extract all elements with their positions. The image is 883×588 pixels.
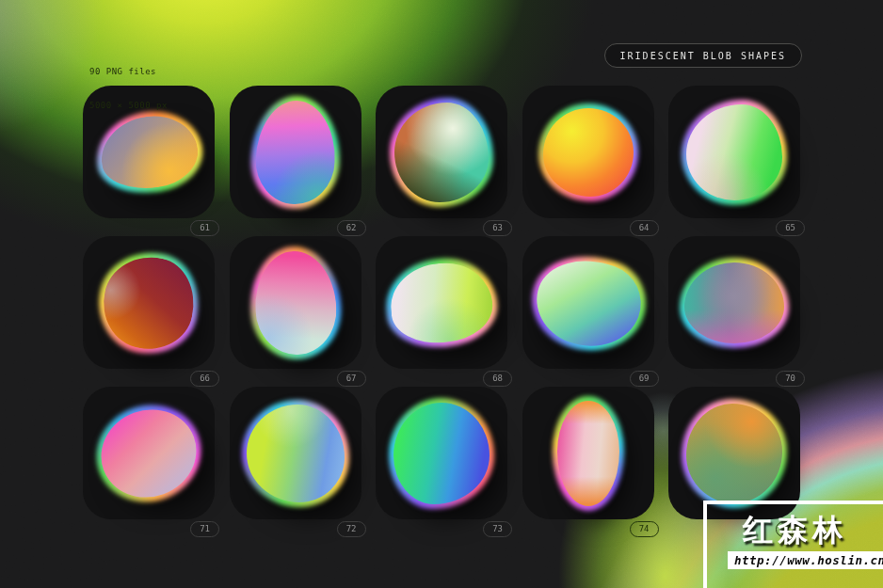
title-badge: IRIDESCENT BLOB SHAPES <box>604 43 802 68</box>
blob-number-badge-67: 67 <box>337 371 366 387</box>
blob-fill <box>394 103 489 202</box>
blob-shape-74 <box>556 400 620 507</box>
blob-fill <box>524 244 651 360</box>
blob-number-badge-62: 62 <box>337 220 366 236</box>
blob-cell-68: 68 <box>376 236 507 369</box>
blob-cell-63: 63 <box>376 86 507 218</box>
blob-card-70 <box>668 236 800 369</box>
blob-cell-75: 75 <box>668 387 800 519</box>
blob-fill <box>686 404 782 503</box>
blob-number-badge-61: 61 <box>190 220 219 236</box>
blob-number-badge-72: 72 <box>337 521 366 537</box>
blob-number-badge-74: 74 <box>630 521 659 537</box>
blob-cell-67: 67 <box>230 236 361 369</box>
file-count-label: 90 PNG files <box>89 66 168 77</box>
blob-number-badge-65: 65 <box>776 220 805 236</box>
blob-fill <box>557 401 619 506</box>
file-info: 90 PNG files 5000 × 5000 px <box>89 43 168 134</box>
blob-shape-75 <box>685 403 783 504</box>
blob-card-64 <box>522 86 654 218</box>
blob-number-badge-71: 71 <box>190 521 219 537</box>
blob-cell-70: 70 <box>668 236 800 369</box>
blob-shape-72 <box>246 404 345 503</box>
blob-cell-72: 72 <box>230 387 361 519</box>
blob-fill <box>88 396 208 510</box>
blob-shape-62 <box>253 98 338 206</box>
blob-card-75 <box>668 387 800 519</box>
blob-fill <box>543 108 634 197</box>
blob-cell-73: 73 <box>376 387 507 519</box>
watermark-url: http://www.hoslin.cn/ <box>728 551 883 569</box>
blob-card-63 <box>376 86 507 218</box>
blob-card-72 <box>230 387 361 519</box>
blob-card-73 <box>376 387 507 519</box>
blob-shape-73 <box>393 402 490 505</box>
blob-card-66 <box>83 236 215 369</box>
blob-number-badge-70: 70 <box>776 371 805 387</box>
blob-shape-67 <box>251 247 340 357</box>
poster-canvas: 90 PNG files 5000 × 5000 px IRIDESCENT B… <box>0 0 883 588</box>
blob-card-74 <box>522 387 654 519</box>
blob-shape-69 <box>523 243 652 362</box>
blob-card-69 <box>522 236 654 369</box>
blob-shape-71 <box>88 395 210 512</box>
blob-cell-62: 62 <box>230 86 361 218</box>
blob-number-badge-69: 69 <box>630 371 659 387</box>
blob-cell-64: 64 <box>522 86 654 218</box>
blob-card-68 <box>376 236 507 369</box>
blob-grid: 616263646566676869707172737475 <box>83 86 800 519</box>
blob-fill <box>684 262 784 343</box>
blob-cell-74: 74 <box>522 387 654 519</box>
blob-card-71 <box>83 387 215 519</box>
watermark-frame: 红森林 http://www.hoslin.cn/ <box>703 501 883 588</box>
blob-card-65 <box>668 86 800 218</box>
blob-shape-66 <box>94 246 204 358</box>
blob-shape-64 <box>542 107 634 198</box>
blob-cell-71: 71 <box>83 387 215 519</box>
blob-shape-70 <box>683 262 785 344</box>
blob-cell-66: 66 <box>83 236 215 369</box>
blob-cell-69: 69 <box>522 236 654 369</box>
blob-fill <box>95 248 202 358</box>
blob-cell-65: 65 <box>668 86 800 218</box>
watermark-title: 红森林 <box>743 510 847 551</box>
blob-shape-65 <box>685 103 783 201</box>
blob-number-badge-64: 64 <box>630 220 659 236</box>
blob-number-badge-68: 68 <box>483 371 512 387</box>
blob-fill <box>247 405 345 502</box>
blob-shape-68 <box>386 258 496 347</box>
blob-number-badge-73: 73 <box>483 521 512 537</box>
blob-number-badge-66: 66 <box>190 371 219 387</box>
blob-number-badge-63: 63 <box>483 220 512 236</box>
blob-shape-63 <box>393 102 490 203</box>
file-dimensions-label: 5000 × 5000 px <box>89 100 168 111</box>
blob-card-62 <box>230 86 361 218</box>
blob-card-67 <box>230 236 361 369</box>
